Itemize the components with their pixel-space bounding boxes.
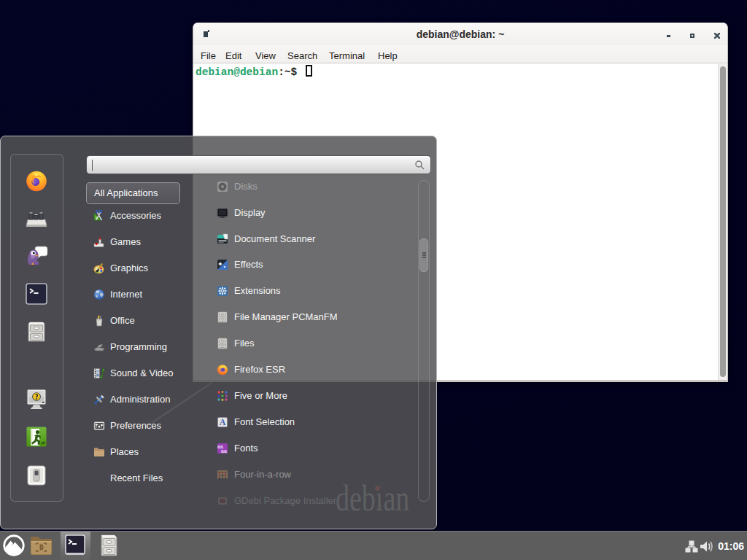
- svg-text:aa: aa: [221, 448, 227, 454]
- svg-text:A: A: [220, 417, 226, 427]
